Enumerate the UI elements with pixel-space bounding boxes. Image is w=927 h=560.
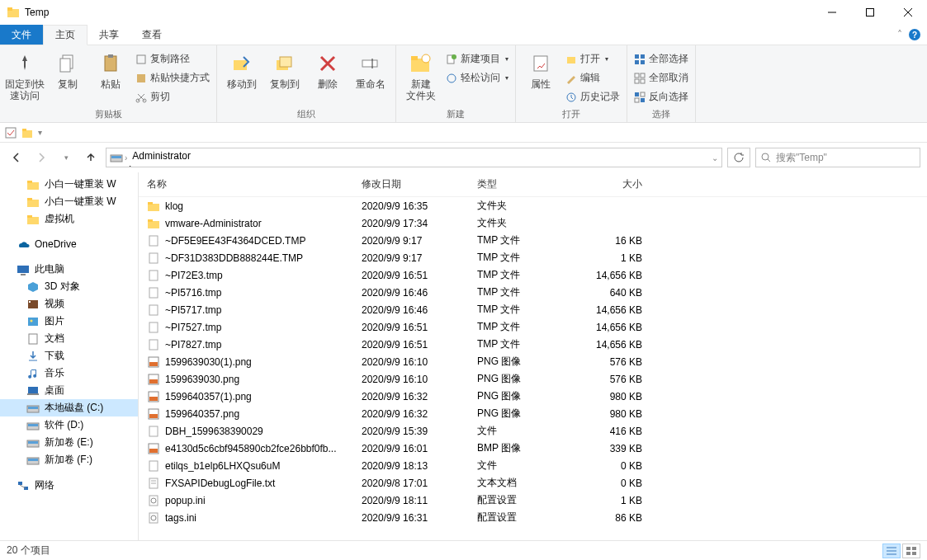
maximize-button[interactable] [851,0,889,25]
easy-access-button[interactable]: 轻松访问▾ [444,69,510,87]
tab-view[interactable]: 查看 [130,25,173,45]
addr-dropdown-icon[interactable]: ⌄ [712,153,718,162]
col-date[interactable]: 修改日期 [362,177,477,191]
tab-share[interactable]: 共享 [87,25,130,45]
table-row[interactable]: e4130d5c6cbf945890cb2fce26bbf0fb...2020/… [139,440,927,457]
table-row[interactable]: ~PI5716.tmp2020/9/9 16:46TMP 文件640 KB [139,284,927,301]
table-row[interactable]: ~PI7527.tmp2020/9/9 16:51TMP 文件14,656 KB [139,318,927,336]
table-row[interactable]: 1599639030(1).png2020/9/9 16:10PNG 图像576… [139,353,927,370]
status-bar: 20 个项目 [0,540,927,560]
edit-button[interactable]: 编辑 [564,69,622,87]
table-row[interactable]: tags.ini2020/9/9 16:31配置设置86 KB [139,509,927,526]
tree-item[interactable]: 下载 [0,347,138,365]
svg-rect-34 [635,79,639,83]
copyto-button[interactable]: 复制到 [265,47,305,90]
tree-item[interactable]: 视频 [0,295,138,313]
svg-rect-80 [149,271,158,280]
tree-item[interactable]: 音乐 [0,365,138,382]
tab-file[interactable]: 文件 [0,25,43,45]
table-row[interactable]: 1599640357(1).png2020/9/9 16:32PNG 图像980… [139,388,927,405]
select-none-button[interactable]: 全部取消 [632,69,690,87]
paste-icon [97,50,124,77]
table-row[interactable]: etilqs_b1elp6LHXQsu6uM2020/9/9 18:13文件0 … [139,457,927,474]
table-row[interactable]: ~PI7827.tmp2020/9/9 16:51TMP 文件14,656 KB [139,336,927,353]
delete-button[interactable]: 删除 [308,47,348,90]
tree-item[interactable]: 新加卷 (E:) [0,434,138,451]
new-item-button[interactable]: 新建项目▾ [444,50,510,68]
table-row[interactable]: ~PI72E3.tmp2020/9/9 16:51TMP 文件14,656 KB [139,266,927,284]
table-row[interactable]: ~PI5717.tmp2020/9/9 16:46TMP 文件14,656 KB [139,301,927,318]
close-button[interactable] [889,0,927,25]
search-input[interactable]: 搜索"Temp" [755,148,920,167]
tree-item[interactable]: 小白一键重装 W [0,176,138,193]
file-name: 1599640357.png [165,408,239,420]
history-button[interactable]: 历史记录 [564,88,622,106]
help-icon[interactable]: ? [909,29,920,40]
select-invert-button[interactable]: 反向选择 [632,88,690,106]
table-row[interactable]: FXSAPIDebugLogFile.txt2020/9/8 17:01文本文档… [139,474,927,492]
table-row[interactable]: klog2020/9/9 16:35文件夹 [139,197,927,214]
file-type: 文件夹 [477,199,576,213]
table-row[interactable]: DBH_15996383900292020/9/9 15:39文件416 KB [139,422,927,440]
forward-button[interactable] [31,148,51,167]
col-size[interactable]: 大小 [576,177,642,191]
col-type[interactable]: 类型 [477,177,576,191]
open-button[interactable]: 打开▾ [564,50,622,68]
list-header[interactable]: 名称 修改日期 类型 大小 [139,172,927,197]
address-bar[interactable]: › 此电脑›本地磁盘 (C:)›用户›Administrator›AppData… [106,148,722,167]
qat-folder-icon[interactable] [21,127,33,139]
copy-button[interactable]: 复制 [48,47,87,90]
qat-checkbox-icon[interactable] [5,127,17,139]
pin-button[interactable]: 固定到快 速访问 [5,47,45,102]
paste-button[interactable]: 粘贴 [91,47,130,90]
file-date: 2020/9/9 16:51 [362,270,477,281]
file-name: DBH_1599638390029 [165,426,263,437]
table-row[interactable]: 1599640357.png2020/9/9 16:32PNG 图像980 KB [139,405,927,422]
table-row[interactable]: ~DF5E9EE43F4364DCED.TMP2020/9/9 9:17TMP … [139,232,927,249]
paste-shortcut-button[interactable]: 粘贴快捷方式 [134,69,211,87]
table-row[interactable]: popup.ini2020/9/9 18:11配置设置1 KB [139,492,927,509]
list-body[interactable]: klog2020/9/9 16:35文件夹vmware-Administrato… [139,197,927,540]
tree-item[interactable]: 虚拟机 [0,210,138,228]
ribbon-collapse-icon[interactable]: ˄ [897,29,902,40]
breadcrumb-item[interactable]: Administrator [129,150,194,162]
back-button[interactable] [7,148,26,167]
tree-item[interactable]: 此电脑 [0,261,138,278]
tree-item[interactable]: 软件 (D:) [0,416,138,434]
col-name[interactable]: 名称 [147,177,362,191]
cut-button[interactable]: 剪切 [134,88,211,106]
table-row[interactable]: vmware-Administrator2020/9/9 17:34文件夹 [139,214,927,232]
file-date: 2020/9/9 16:51 [362,339,477,351]
svg-rect-76 [148,221,159,228]
rename-button[interactable]: 重命名 [351,47,390,90]
tree-item[interactable]: 3D 对象 [0,278,138,295]
tree-item[interactable]: 图片 [0,313,138,330]
minimize-button[interactable] [813,0,851,25]
icons-view-button[interactable] [902,544,920,558]
file-icon [147,425,160,438]
moveto-button[interactable]: 移动到 [222,47,262,90]
group-label: 打开 [521,106,622,122]
tree-item[interactable]: 本地磁盘 (C:) [0,399,138,416]
navigation-tree[interactable]: 小白一键重装 W小白一键重装 W虚拟机OneDrive此电脑3D 对象视频图片文… [0,172,139,540]
qat-overflow-icon[interactable]: ▾ [38,128,42,137]
tree-item[interactable]: OneDrive [0,236,138,252]
refresh-button[interactable] [727,148,750,167]
recent-button[interactable]: ▾ [56,148,76,167]
tab-home[interactable]: 主页 [43,25,87,45]
properties-button[interactable]: 属性 [521,47,560,90]
select-all-button[interactable]: 全部选择 [632,50,690,68]
tree-item-label: 图片 [45,314,64,328]
table-row[interactable]: ~DF31D383DDB888244E.TMP2020/9/9 9:17TMP … [139,249,927,266]
tree-item[interactable]: 新加卷 (F:) [0,451,138,468]
new-folder-button[interactable]: 新建 文件夹 [401,47,441,102]
tree-item[interactable]: 文档 [0,330,138,347]
tree-item[interactable]: 小白一键重装 W [0,193,138,210]
file-date: 2020/9/9 18:11 [362,495,477,506]
details-view-button[interactable] [882,544,901,558]
up-button[interactable] [81,148,101,167]
tree-item[interactable]: 网络 [0,477,138,494]
tree-item[interactable]: 桌面 [0,382,138,399]
table-row[interactable]: 1599639030.png2020/9/9 16:10PNG 图像576 KB [139,370,927,388]
copy-path-button[interactable]: 复制路径 [134,50,211,68]
